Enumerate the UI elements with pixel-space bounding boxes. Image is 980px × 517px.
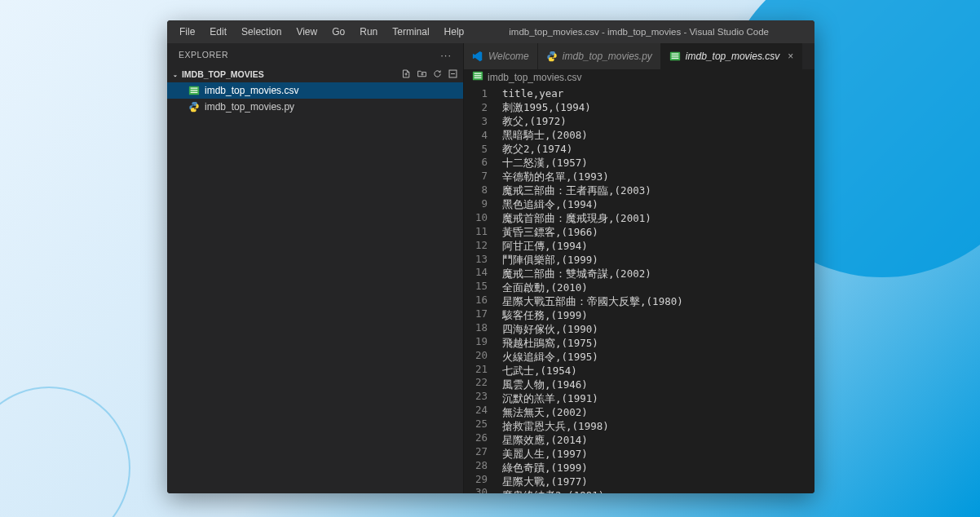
line-number: 17: [475, 307, 488, 321]
line-number: 14: [475, 266, 488, 280]
svg-rect-10: [475, 73, 482, 74]
editor-area: Welcomeimdb_top_movies.pyimdb_top_movies…: [464, 43, 814, 493]
file-item-imdb_top_movies-csv[interactable]: imdb_top_movies.csv: [167, 82, 463, 99]
svg-rect-2: [191, 88, 198, 89]
code-line[interactable]: 十二怒漢,(1957): [502, 157, 683, 170]
breadcrumb[interactable]: imdb_top_movies.csv: [464, 69, 814, 86]
svg-rect-11: [475, 75, 482, 76]
menu-help[interactable]: Help: [439, 24, 470, 39]
refresh-icon[interactable]: [432, 68, 443, 81]
line-number: 22: [475, 376, 488, 390]
explorer-more-icon[interactable]: ···: [440, 49, 452, 61]
code-line[interactable]: 無法無天,(2002): [502, 406, 683, 420]
tab-label: Welcome: [488, 51, 529, 62]
main-area: EXPLORER ··· ⌄ IMDB_TOP_MOVIES: [167, 43, 814, 493]
line-number: 3: [475, 115, 488, 129]
line-number: 8: [475, 183, 488, 197]
code-line[interactable]: 教父,(1972): [502, 115, 683, 129]
tabs-bar: Welcomeimdb_top_movies.pyimdb_top_movies…: [464, 43, 814, 69]
tab-label: imdb_top_movies.csv: [686, 51, 779, 62]
tab-welcome[interactable]: Welcome: [464, 43, 538, 69]
menu-file[interactable]: File: [174, 24, 201, 39]
code-line[interactable]: 教父2,(1974): [502, 143, 683, 157]
line-number: 12: [475, 239, 488, 253]
code-line[interactable]: title,year: [502, 87, 683, 101]
code-line[interactable]: 綠色奇蹟,(1999): [502, 462, 683, 475]
folder-row[interactable]: ⌄ IMDB_TOP_MOVIES: [167, 66, 463, 82]
file-item-label: imdb_top_movies.csv: [205, 85, 298, 96]
line-number: 28: [475, 459, 488, 473]
menu-edit[interactable]: Edit: [204, 24, 232, 39]
code-line[interactable]: 全面啟動,(2010): [502, 281, 683, 295]
tab-vscode-icon: [472, 51, 483, 62]
tab-imdb_top_movies-csv[interactable]: imdb_top_movies.csv×: [661, 43, 802, 69]
code-line[interactable]: 魔戒三部曲：王者再臨,(2003): [502, 184, 683, 198]
svg-rect-8: [671, 58, 678, 59]
code-line[interactable]: 搶救雷恩大兵,(1998): [502, 420, 683, 434]
line-number: 10: [475, 211, 488, 225]
code-line[interactable]: 七武士,(1954): [502, 365, 683, 378]
editor-content[interactable]: 1234567891011121314151617181920212223242…: [464, 86, 814, 493]
new-folder-icon[interactable]: [417, 68, 427, 81]
menu-terminal[interactable]: Terminal: [386, 24, 435, 39]
line-number: 20: [475, 349, 488, 363]
file-item-imdb_top_movies-py[interactable]: imdb_top_movies.py: [167, 99, 463, 115]
file-tree: imdb_top_movies.csvimdb_top_movies.py: [167, 82, 463, 115]
line-number: 7: [475, 170, 488, 183]
code-line[interactable]: 黑色追緝令,(1994): [502, 198, 683, 212]
bg-decoration-ring: [0, 387, 130, 517]
tab-label: imdb_top_movies.py: [563, 51, 652, 62]
close-icon[interactable]: ×: [788, 51, 793, 62]
svg-rect-6: [671, 54, 678, 55]
menu-view[interactable]: View: [290, 24, 323, 39]
chevron-down-icon: ⌄: [173, 71, 178, 77]
svg-rect-3: [191, 90, 198, 91]
folder-label: ⌄ IMDB_TOP_MOVIES: [172, 69, 264, 79]
line-number: 9: [475, 197, 488, 211]
file-csv-icon: [472, 70, 483, 84]
line-number: 5: [475, 143, 488, 157]
code-line[interactable]: 星際效應,(2014): [502, 434, 683, 448]
code-line[interactable]: 四海好傢伙,(1990): [502, 323, 683, 337]
code-line[interactable]: 辛德勒的名單,(1993): [502, 170, 683, 184]
menu-go[interactable]: Go: [326, 24, 351, 39]
breadcrumb-file: imdb_top_movies.csv: [488, 72, 581, 83]
code-line[interactable]: 黃昏三鏢客,(1966): [502, 226, 683, 240]
code-line[interactable]: 火線追緝令,(1995): [502, 351, 683, 365]
file-csv-icon: [188, 85, 200, 96]
code-line[interactable]: 星際大戰,(1977): [502, 475, 683, 489]
code-line[interactable]: 沉默的羔羊,(1991): [502, 392, 683, 406]
tab-imdb_top_movies-py[interactable]: imdb_top_movies.py: [538, 43, 661, 69]
code-line[interactable]: 鬥陣俱樂部,(1999): [502, 254, 683, 267]
code-line[interactable]: 風雲人物,(1946): [502, 378, 683, 392]
new-file-icon[interactable]: [401, 68, 412, 81]
vscode-window: FileEditSelectionViewGoRunTerminalHelp i…: [167, 20, 814, 493]
menu-run[interactable]: Run: [354, 24, 383, 39]
line-number: 27: [475, 445, 488, 459]
line-number: 11: [475, 225, 488, 239]
collapse-icon[interactable]: [448, 68, 458, 81]
code-line[interactable]: 駭客任務,(1999): [502, 309, 683, 323]
menu-bar: FileEditSelectionViewGoRunTerminalHelp: [174, 24, 470, 39]
folder-name: IMDB_TOP_MOVIES: [182, 69, 264, 79]
window-title: imdb_top_movies.csv - imdb_top_movies - …: [470, 27, 808, 37]
code-line[interactable]: 飛越杜鵑窩,(1975): [502, 337, 683, 351]
tab-py-icon: [546, 51, 558, 62]
line-number: 30: [475, 486, 488, 493]
line-number: 16: [475, 294, 488, 307]
menu-selection[interactable]: Selection: [236, 24, 287, 39]
code-line[interactable]: 美麗人生,(1997): [502, 448, 683, 462]
code-line[interactable]: 黑暗騎士,(2008): [502, 129, 683, 143]
line-number: 4: [475, 129, 488, 143]
explorer-header: EXPLORER ···: [167, 43, 463, 66]
code-lines[interactable]: title,year刺激1995,(1994)教父,(1972)黑暗騎士,(20…: [496, 86, 683, 493]
code-line[interactable]: 星際大戰五部曲：帝國大反擊,(1980): [502, 295, 683, 309]
explorer-sidebar: EXPLORER ··· ⌄ IMDB_TOP_MOVIES: [167, 43, 464, 493]
line-number-gutter: 1234567891011121314151617181920212223242…: [464, 86, 496, 493]
code-line[interactable]: 刺激1995,(1994): [502, 101, 683, 115]
code-line[interactable]: 魔鬼終結者2,(1991): [502, 489, 683, 493]
code-line[interactable]: 魔戒首部曲：魔戒現身,(2001): [502, 212, 683, 226]
code-line[interactable]: 阿甘正傳,(1994): [502, 240, 683, 254]
code-line[interactable]: 魔戒二部曲：雙城奇謀,(2002): [502, 267, 683, 281]
line-number: 29: [475, 473, 488, 487]
